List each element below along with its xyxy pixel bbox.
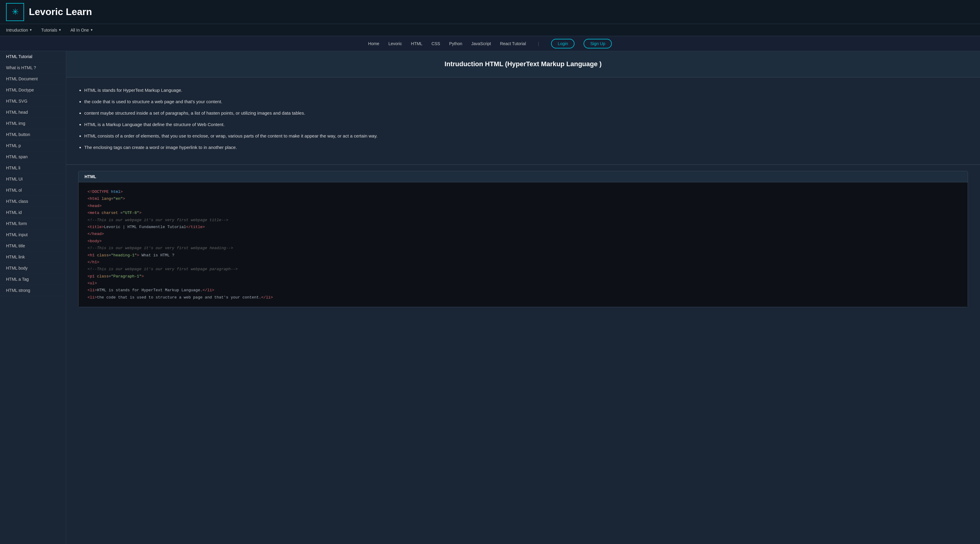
sidebar-item-5[interactable]: HTML head	[0, 107, 66, 118]
code-line-8: <!--This is our webpage it's our very fi…	[88, 245, 959, 251]
code-line-10: </h1>	[88, 259, 959, 266]
code-line-15: <li>the code that is used to structure a…	[88, 294, 959, 301]
sidebar-item-label-5: HTML head	[6, 110, 28, 115]
code-part: What is HTML ?	[139, 253, 175, 258]
sub-nav-allinone[interactable]: All In One ▼	[70, 28, 93, 32]
sidebar-item-11[interactable]: HTML UI	[0, 173, 66, 185]
sidebar-item-18[interactable]: HTML link	[0, 251, 66, 262]
code-part: HTML is stands for HyperText Markup Lang…	[97, 288, 202, 293]
nav-link-css[interactable]: CSS	[431, 41, 440, 46]
sidebar-item-label-19: HTML body	[6, 266, 28, 270]
sidebar-item-label-17: HTML title	[6, 243, 25, 248]
introduction-dropdown-icon: ▼	[29, 28, 32, 32]
sidebar-item-label-16: HTML input	[6, 232, 28, 237]
sidebar-item-label-2: HTML Document	[6, 76, 38, 81]
code-line-6: </head>	[88, 231, 959, 237]
sidebar-item-10[interactable]: HTML li	[0, 162, 66, 173]
bullet-1: the code that is used to structure a web…	[84, 98, 968, 105]
sidebar-item-6[interactable]: HTML img	[0, 118, 66, 129]
nav-link-home[interactable]: Home	[368, 41, 379, 46]
code-part: <body>	[88, 239, 102, 243]
sidebar-item-9[interactable]: HTML span	[0, 151, 66, 162]
sidebar-item-label-0: HTML Tutorial	[6, 54, 32, 59]
logo-box: ✳	[6, 3, 24, 21]
sidebar-item-label-8: HTML p	[6, 143, 21, 148]
sidebar-item-label-4: HTML SVG	[6, 99, 27, 103]
code-part: lang	[99, 196, 111, 201]
brand-title: Levoric Learn	[29, 6, 92, 17]
code-part: =	[111, 196, 113, 201]
nav-link-html[interactable]: HTML	[411, 41, 422, 46]
sidebar-item-12[interactable]: HTML ol	[0, 185, 66, 196]
sidebar-item-16[interactable]: HTML input	[0, 229, 66, 240]
sidebar-item-8[interactable]: HTML p	[0, 140, 66, 151]
bullet-0: HTML is stands for HyperText Markup Lang…	[84, 87, 968, 94]
sidebar-item-14[interactable]: HTML id	[0, 207, 66, 218]
code-part: <li>	[88, 295, 97, 300]
code-part: class	[94, 253, 108, 258]
sidebar-item-label-11: HTML UI	[6, 177, 22, 181]
code-line-9: <h1 class="heading-1"> What is HTML ?	[88, 252, 959, 259]
code-line-7: <body>	[88, 238, 959, 245]
code-header: HTML	[78, 171, 968, 182]
code-line-2: <head>	[88, 202, 959, 209]
code-part: <!--This is our webpage it's our very fi…	[88, 267, 238, 271]
nav-link-javascript[interactable]: JavaScript	[471, 41, 491, 46]
sidebar-item-21[interactable]: HTML strong	[0, 285, 66, 296]
sidebar-item-19[interactable]: HTML body	[0, 262, 66, 274]
code-line-13: <ul>	[88, 280, 959, 287]
nav-link-levoric[interactable]: Levoric	[388, 41, 402, 46]
code-part: <ul>	[88, 281, 97, 286]
code-part: "heading-1"	[111, 253, 137, 258]
main-layout: HTML Tutorial What is HTML ? HTML Docume…	[0, 51, 980, 544]
sidebar-item-label-14: HTML id	[6, 210, 22, 215]
sub-nav-introduction[interactable]: Intruduction ▼	[6, 28, 32, 32]
second-navbar: Home Levoric HTML CSS Python JavaScript …	[0, 36, 980, 51]
sidebar-item-2[interactable]: HTML Document	[0, 73, 66, 84]
sidebar-item-label-18: HTML link	[6, 255, 25, 259]
nav-link-python[interactable]: Python	[449, 41, 462, 46]
content-header: Intruduction HTML (HyperText Markup Lang…	[66, 51, 980, 78]
code-line-14: <li>HTML is stands for HyperText Markup …	[88, 287, 959, 294]
sub-nav-tutorials[interactable]: Tutorials ▼	[41, 28, 61, 32]
bullet-5: The enclosing tags can create a word or …	[84, 144, 968, 151]
code-part: <meta	[88, 211, 99, 215]
content-bullet-list: HTML is stands for HyperText Markup Lang…	[78, 87, 968, 151]
sidebar-item-label-9: HTML span	[6, 154, 28, 159]
code-part: <title>	[88, 225, 104, 229]
sidebar-item-label-21: HTML strong	[6, 288, 30, 293]
code-block: HTML <!DOCTYPE html> <html lang="en"> <h…	[78, 171, 968, 307]
nav-link-react[interactable]: React Tutorial	[500, 41, 526, 46]
code-body: <!DOCTYPE html> <html lang="en"> <head> …	[78, 182, 968, 307]
content-area: Intruduction HTML (HyperText Markup Lang…	[66, 51, 980, 544]
sidebar-item-1[interactable]: What is HTML ?	[0, 62, 66, 73]
code-line-5: <title>Levoric | HTML Fundamentle Tutori…	[88, 224, 959, 231]
code-part: </li>	[261, 295, 273, 300]
sidebar-item-0[interactable]: HTML Tutorial	[0, 51, 66, 62]
sidebar-item-label-20: HTML a Tag	[6, 277, 29, 282]
top-navbar: ✳ Levoric Learn	[0, 0, 980, 24]
sidebar-item-20[interactable]: HTML a Tag	[0, 274, 66, 285]
code-part: </h1>	[88, 260, 99, 264]
sidebar-item-15[interactable]: HTML form	[0, 218, 66, 229]
code-part: "UTF-8"	[123, 211, 139, 215]
sidebar-item-4[interactable]: HTML SVG	[0, 96, 66, 107]
code-part: <!--This is our webpage it's our very fi…	[88, 246, 233, 250]
sub-nav-tutorials-label: Tutorials	[41, 28, 57, 32]
code-part: charset	[99, 211, 118, 215]
code-part: </head>	[88, 232, 104, 236]
code-part: html	[108, 189, 120, 194]
sidebar-item-3[interactable]: HTML Doctype	[0, 84, 66, 96]
code-line-12: <p1 class="Paragraph-1">	[88, 273, 959, 280]
sidebar-item-label-6: HTML img	[6, 121, 25, 126]
login-button[interactable]: Login	[551, 39, 574, 48]
code-line-3: <meta charset ="UTF-8">	[88, 209, 959, 216]
sidebar-item-label-10: HTML li	[6, 165, 21, 170]
sidebar-item-7[interactable]: HTML button	[0, 129, 66, 140]
bullet-2: content maybe structured inside a set of…	[84, 110, 968, 117]
logo-icon: ✳	[12, 7, 19, 17]
signup-button[interactable]: Sign Up	[584, 39, 612, 48]
sidebar-item-17[interactable]: HTML title	[0, 240, 66, 251]
sidebar-item-13[interactable]: HTML class	[0, 196, 66, 207]
code-label: HTML	[84, 174, 96, 179]
